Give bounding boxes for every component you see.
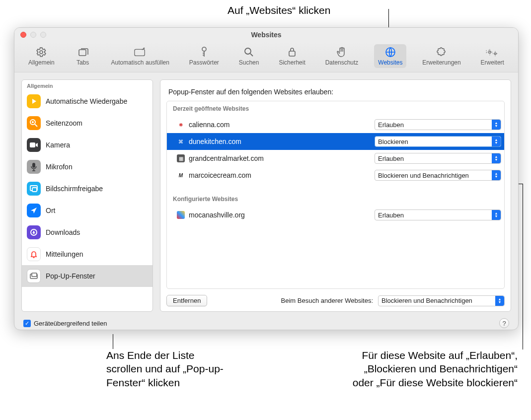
hand-icon [335,46,348,58]
updown-icon: ▲▼ [492,170,501,180]
callout-top-line [388,9,389,29]
sidebar-item-downloads[interactable]: Downloads [22,221,152,243]
tab-extensions[interactable]: Erweiterungen [418,44,464,68]
site-domain: mocanashville.org [189,211,375,219]
websites-table: Derzeit geöffnete Websites ✺ calienna.co… [166,101,505,289]
sidebar-item-pagezoom[interactable]: Seitenzoom [22,112,152,134]
table-row[interactable]: M marcoicecream.com Blockieren und Benac… [167,167,504,184]
sidebar-item-label: Pop-Up-Fenster [46,272,95,280]
permission-select[interactable]: Erlauben▲▼ [375,210,501,220]
tab-tabs[interactable]: Tabs [71,44,95,68]
sidebar-item-autoplay[interactable]: Automatische Wiedergabe [22,90,152,112]
tab-privacy[interactable]: Datenschutz [321,44,363,68]
title-bar: Websites [14,28,518,42]
play-icon [27,94,41,108]
svg-point-8 [494,53,496,55]
tab-label: Passwörter [189,59,219,66]
site-domain: marcoicecream.com [189,171,375,179]
table-row[interactable]: mocanashville.org Erlauben▲▼ [167,207,504,223]
tab-label: Tabs [76,59,89,66]
share-across-devices-checkbox[interactable]: ✓ Geräteübergreifend teilen [23,320,107,327]
detail-panel: Popup-Fenster auf den folgenden Websites… [160,79,511,312]
sidebar-item-label: Kamera [46,141,70,149]
callout-top: Auf „Websites“ klicken [228,3,330,17]
tab-search[interactable]: Suchen [235,44,263,68]
open-websites-section: Derzeit geöffnete Websites [167,101,504,116]
permission-select[interactable]: Blockieren und Benachrichtigen▲▼ [375,170,501,181]
sidebar-item-label: Seitenzoom [46,119,82,127]
camera-icon [27,138,41,152]
mic-icon [27,160,41,174]
svg-rect-1 [79,50,86,56]
sidebar-item-label: Ort [46,207,55,214]
sidebar-item-label: Mikrofon [46,163,73,171]
sidebar-item-notifications[interactable]: Mitteilungen [22,243,152,265]
window-controls [20,32,46,38]
zoom-window-button[interactable] [40,32,46,38]
tab-label: Datenschutz [325,59,359,66]
configured-websites-section: Konfigurierte Websites [167,192,504,207]
tab-label: Suchen [239,59,259,66]
tab-websites[interactable]: Websites [374,44,406,68]
permission-select[interactable]: Erlauben▲▼ [375,153,501,164]
updown-icon: ▲▼ [492,137,501,146]
other-websites-select[interactable]: Blockieren und Benachrichtigen▲▼ [378,295,505,306]
popup-icon [27,269,41,283]
tab-security[interactable]: Sicherheit [275,44,309,68]
table-row[interactable]: ✺ calienna.com Erlauben▲▼ [167,116,504,133]
sidebar-list[interactable]: Automatische Wiedergabe Seitenzoom Kamer… [22,90,152,311]
lock-icon [286,46,299,58]
sidebar-section-header: Allgemein [22,80,152,90]
svg-point-0 [40,51,43,54]
remove-button[interactable]: Entfernen [166,295,207,306]
close-window-button[interactable] [20,32,26,38]
puzzle-icon [435,46,448,58]
sidebar-item-label: Downloads [46,228,80,236]
svg-point-4 [245,48,251,54]
zoom-icon [27,116,41,130]
callout-left: Ans Ende der Liste scrollen und auf „Pop… [106,349,226,389]
svg-rect-2 [135,49,145,56]
other-websites-label: Beim Besuch anderer Websites: [281,297,373,304]
favicon-icon: ⌘ [177,138,185,145]
updown-icon: ▲▼ [492,210,501,220]
detail-heading: Popup-Fenster auf den folgenden Websites… [166,85,505,101]
tab-label: Erweitert [481,59,504,66]
sidebar: Allgemein Automatische Wiedergabe Seiten… [21,79,153,312]
sidebar-item-microphone[interactable]: Mikrofon [22,156,152,178]
sidebar-item-popups[interactable]: Pop-Up-Fenster [22,265,152,287]
autofill-icon [134,46,147,58]
help-button[interactable]: ? [499,318,509,328]
tabs-icon [76,46,89,58]
svg-rect-5 [289,51,295,56]
window-bottom-bar: ✓ Geräteübergreifend teilen ? [14,312,518,330]
svg-rect-13 [32,188,37,192]
tab-advanced[interactable]: Erweitert [477,44,508,68]
permission-select[interactable]: Blockieren▲▼ [375,136,501,147]
tab-autofill[interactable]: Automatisch ausfüllen [107,44,173,68]
download-icon [27,225,41,239]
table-row[interactable]: ▦ grandcentralmarket.com Erlauben▲▼ [167,150,504,167]
callout-right: Für diese Website auf „Erlauben“, „Block… [344,349,518,389]
tab-passwords[interactable]: Passwörter [185,44,223,68]
updown-icon: ▲▼ [492,153,501,163]
table-row[interactable]: ⌘ dunekitchen.com Blockieren▲▼ [167,133,504,150]
tab-label: Erweiterungen [422,59,460,66]
sidebar-item-location[interactable]: Ort [22,200,152,221]
minimize-window-button[interactable] [30,32,36,38]
preferences-toolbar: Allgemein Tabs Automatisch ausfüllen Pas… [14,42,518,72]
sidebar-item-label: Bildschirmfreigabe [46,185,103,193]
globe-icon [384,46,397,58]
callout-left-line [113,334,113,349]
window-title: Websites [251,31,281,39]
sidebar-item-label: Mitteilungen [46,250,83,258]
tab-label: Websites [378,59,402,66]
preferences-window: Websites Allgemein Tabs Automatisch ausf… [14,27,519,330]
permission-select[interactable]: Erlauben▲▼ [375,119,501,130]
favicon-icon: ✺ [177,121,185,129]
svg-rect-16 [32,273,37,277]
sidebar-item-camera[interactable]: Kamera [22,134,152,156]
sidebar-item-screenshare[interactable]: Bildschirmfreigabe [22,178,152,200]
site-domain: grandcentralmarket.com [189,154,375,162]
tab-general[interactable]: Allgemein [24,44,59,68]
